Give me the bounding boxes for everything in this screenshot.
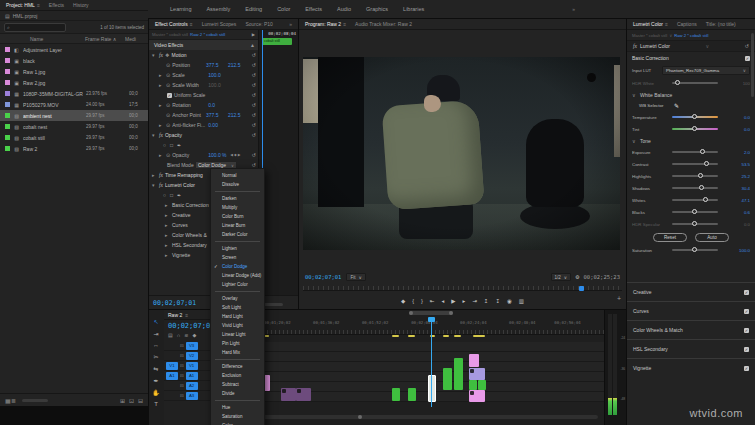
label-color-swatch[interactable] bbox=[5, 102, 10, 107]
source-patch[interactable] bbox=[166, 352, 178, 360]
program-playhead[interactable] bbox=[579, 286, 584, 291]
param-value[interactable]: 100.0 bbox=[208, 82, 228, 88]
lumetri-effect-selector[interactable]: fx Lumetri Color ∨ ↺ bbox=[627, 41, 755, 52]
stopwatch-icon[interactable]: ⊙ bbox=[166, 82, 170, 88]
tab-project-hml[interactable]: Project: HML≡ bbox=[6, 2, 40, 8]
twirl-icon[interactable]: ▸ bbox=[159, 122, 164, 128]
track-select-forward-tool[interactable]: ⇥ bbox=[153, 330, 158, 337]
ec-current-timecode[interactable]: 00;02;07;01 bbox=[153, 299, 196, 307]
param-value[interactable]: 212.5 bbox=[228, 62, 248, 68]
fx-badge-icon[interactable]: fx bbox=[159, 182, 163, 188]
label-color-swatch[interactable] bbox=[5, 146, 10, 151]
project-item-ambient-nest[interactable]: ▧ambient nest29.97 fps00;0 bbox=[0, 110, 148, 121]
slider-track[interactable] bbox=[672, 82, 718, 84]
timeline-horizontal-scrollbar[interactable] bbox=[241, 415, 598, 419]
slider-knob[interactable] bbox=[698, 173, 703, 178]
param-value[interactable]: 100.0 bbox=[208, 72, 228, 78]
search-box[interactable]: ⌕ bbox=[4, 23, 66, 32]
program-scrubber[interactable] bbox=[303, 286, 622, 291]
reset-param-icon[interactable]: ↺ bbox=[252, 132, 256, 138]
column-media[interactable]: Medi bbox=[125, 36, 143, 42]
project-item-black[interactable]: ▣black bbox=[0, 55, 148, 66]
lock-icon[interactable]: ⊡ bbox=[180, 373, 184, 378]
slider-track[interactable] bbox=[672, 163, 718, 165]
timeline-ruler[interactable]: 00;01;20;0200;01;36;0200;01;52;0200;02;0… bbox=[239, 317, 604, 335]
reset-param-icon[interactable]: ↺ bbox=[252, 62, 256, 68]
menu-item-lighter-color[interactable]: Lighter Color bbox=[211, 280, 264, 289]
reset-param-icon[interactable]: ↺ bbox=[252, 72, 256, 78]
slider-track[interactable] bbox=[672, 223, 718, 225]
timeline-clip[interactable] bbox=[408, 388, 416, 401]
param-value[interactable]: 0.0 bbox=[208, 102, 228, 108]
menu-item-linear-dodge-add[interactable]: Linear Dodge (Add) bbox=[211, 271, 264, 280]
track-target-button[interactable]: V3 bbox=[186, 342, 198, 350]
export-frame-button[interactable]: ◉ bbox=[507, 298, 512, 304]
twirl-icon[interactable]: ▸ bbox=[165, 202, 170, 208]
basic-correction-header[interactable]: Basic Correction✓ bbox=[627, 52, 755, 64]
nest-indicator-icon[interactable]: ▤ bbox=[168, 332, 173, 338]
panel-menu-icon[interactable]: ≡ bbox=[665, 21, 668, 27]
twirl-icon[interactable]: ▸ bbox=[159, 82, 164, 88]
white-balance-header[interactable]: ∨White Balance bbox=[627, 89, 755, 100]
slider-knob[interactable] bbox=[692, 221, 697, 226]
add-marker-icon[interactable]: ◆ bbox=[193, 332, 197, 338]
stopwatch-icon[interactable]: ⊙ bbox=[166, 62, 170, 68]
slider-value[interactable]: 47.1 bbox=[728, 198, 750, 203]
track-target-button[interactable]: A1 bbox=[186, 372, 198, 380]
workspace-tab-graphics[interactable]: Graphics bbox=[366, 6, 388, 12]
slider-knob[interactable] bbox=[699, 185, 704, 190]
tab-lumetri-scopes[interactable]: Lumetri Scopes bbox=[202, 21, 237, 27]
lock-icon[interactable]: ⊡ bbox=[180, 343, 184, 348]
param-value[interactable]: 377.5 bbox=[206, 112, 226, 118]
slider-track[interactable] bbox=[672, 187, 718, 189]
mark-out-button[interactable]: } bbox=[421, 298, 423, 304]
slider-knob[interactable] bbox=[675, 80, 680, 85]
ec-play-icon[interactable]: ▶ bbox=[252, 32, 255, 37]
go-to-out-button[interactable]: ⇥ bbox=[472, 298, 477, 304]
slider-value[interactable]: 0.0 bbox=[728, 222, 750, 227]
panel-menu-icon[interactable]: ≡ bbox=[37, 2, 40, 8]
timeline-clip[interactable] bbox=[296, 388, 311, 401]
play-button[interactable]: ▶ bbox=[451, 298, 455, 304]
workspace-tab-audio[interactable]: Audio bbox=[337, 6, 351, 12]
param-value[interactable]: 377.5 bbox=[206, 62, 226, 68]
column-frame-rate[interactable]: Frame Rate ∧ bbox=[85, 36, 125, 42]
timeline-clip[interactable] bbox=[392, 388, 400, 401]
slider-knob[interactable] bbox=[692, 114, 697, 119]
rect-mask-icon[interactable]: □ bbox=[170, 142, 175, 148]
workspace-tab-color[interactable]: Color bbox=[277, 6, 290, 12]
source-patch[interactable] bbox=[166, 392, 178, 400]
section-checkbox[interactable]: ✓ bbox=[745, 56, 750, 61]
timeline-clip-selected[interactable] bbox=[428, 375, 436, 402]
linked-selection-icon[interactable]: ≋ bbox=[184, 332, 188, 338]
checkbox[interactable]: ✓ bbox=[167, 93, 172, 98]
reset-effect-icon[interactable]: ↺ bbox=[745, 43, 749, 49]
ripple-edit-tool[interactable]: ↔ bbox=[153, 342, 159, 348]
timeline-clip[interactable] bbox=[469, 390, 485, 402]
add-marker-button[interactable]: ◆ bbox=[401, 298, 405, 304]
menu-item-hard-light[interactable]: Hard Light bbox=[211, 312, 264, 321]
ec-strip-clip[interactable]: cobalt still bbox=[262, 38, 292, 45]
ec-row-opacity[interactable]: ▾fxOpacity↺ bbox=[149, 130, 258, 140]
ec-section-header[interactable]: Video Effects▲ bbox=[149, 40, 258, 50]
extract-button[interactable]: ↧ bbox=[495, 298, 500, 304]
workspace-tab-libraries[interactable]: Libraries bbox=[403, 6, 424, 12]
project-item-raw-2-jpg[interactable]: ▣Raw 2.jpg bbox=[0, 77, 148, 88]
stopwatch-icon[interactable]: ⊙ bbox=[166, 112, 170, 118]
reset-param-icon[interactable]: ↺ bbox=[252, 92, 256, 98]
snap-icon[interactable]: ∩ bbox=[177, 332, 181, 338]
workspace-tab-learning[interactable]: Learning bbox=[170, 6, 191, 12]
section-checkbox[interactable]: ✓ bbox=[744, 309, 749, 314]
slider-knob[interactable] bbox=[704, 161, 709, 166]
ec-row-scale[interactable]: ▸⊙Scale100.0↺ bbox=[149, 70, 258, 80]
workspace-tab-editing[interactable]: Editing bbox=[245, 6, 262, 12]
clip-marker[interactable] bbox=[443, 335, 449, 337]
twirl-icon[interactable]: ▸ bbox=[159, 152, 164, 158]
playback-resolution-dropdown[interactable]: 1/2∨ bbox=[551, 273, 572, 281]
section-checkbox[interactable]: ✓ bbox=[744, 290, 749, 295]
timeline-clip[interactable] bbox=[281, 388, 296, 401]
project-item-raw-1-jpg[interactable]: ▣Raw 1.jpg bbox=[0, 66, 148, 77]
panel-menu-icon[interactable]: ≡ bbox=[190, 21, 193, 27]
tab-lumetri-color[interactable]: Lumetri Color≡ bbox=[633, 21, 668, 27]
auto-button[interactable]: Auto bbox=[695, 233, 729, 242]
